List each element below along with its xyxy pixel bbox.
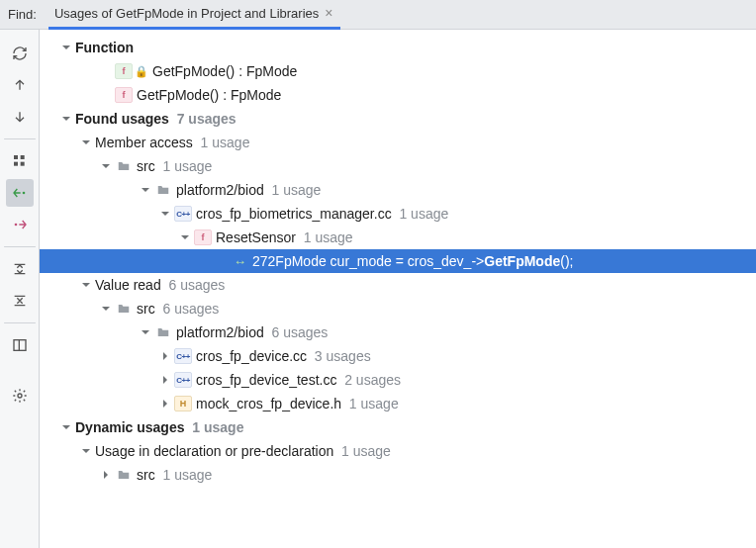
tree-node-reset[interactable]: f ResetSensor 1 usage <box>40 226 756 249</box>
function-icon: f <box>115 63 133 79</box>
svg-rect-1 <box>14 162 18 166</box>
code-bold: GetFpMode <box>484 253 560 269</box>
settings-icon[interactable] <box>6 382 34 410</box>
refresh-icon[interactable] <box>6 40 34 67</box>
tree-node-file[interactable]: C++ cros_fp_device.cc 3 usages <box>40 344 756 368</box>
usage-count: 6 usages <box>272 324 329 340</box>
lock-icon: 🔒 <box>135 65 148 78</box>
h-file-icon: H <box>174 396 192 411</box>
function-icon: f <box>115 87 133 103</box>
usage-count: 1 usage <box>162 158 212 174</box>
node-label: src <box>137 158 155 174</box>
tree-node-function[interactable]: Function <box>40 36 756 59</box>
svg-rect-2 <box>20 155 24 159</box>
cpp-file-icon: C++ <box>174 206 192 222</box>
chevron-down-icon[interactable] <box>139 183 152 197</box>
chevron-right-icon[interactable] <box>158 349 172 363</box>
chevron-down-icon[interactable] <box>139 325 152 339</box>
tree-node-declaration[interactable]: Usage in declaration or pre-declaration … <box>40 439 756 463</box>
chevron-down-icon[interactable] <box>158 207 172 221</box>
group-icon[interactable] <box>6 147 34 175</box>
tree-node-src[interactable]: src 6 usages <box>40 297 756 320</box>
separator <box>4 138 36 139</box>
tree-node-function-item[interactable]: f 🔒 GetFpMode() : FpMode <box>40 59 756 83</box>
svg-point-8 <box>18 394 22 398</box>
line-number: 272 <box>252 253 275 269</box>
node-label: cros_fp_biometrics_manager.cc <box>196 206 392 222</box>
tree-node-member-access[interactable]: Member access 1 usage <box>40 131 756 154</box>
folder-icon <box>115 301 133 317</box>
preview-icon[interactable] <box>6 331 34 359</box>
item-text: GetFpMode() : FpMode <box>152 63 297 79</box>
close-icon[interactable]: × <box>325 5 332 21</box>
folder-icon <box>154 324 172 340</box>
tree-node-value-read[interactable]: Value read 6 usages <box>40 273 756 297</box>
usages-tree[interactable]: Function f 🔒 GetFpMode() : FpMode f GetF… <box>40 30 756 548</box>
usage-count: 1 usage <box>192 419 243 435</box>
node-label: mock_cros_fp_device.h <box>196 396 341 411</box>
separator <box>4 246 36 247</box>
diff-right-icon[interactable] <box>6 211 34 238</box>
chevron-right-icon[interactable] <box>158 397 172 411</box>
tree-node-dynamic-usages[interactable]: Dynamic usages 1 usage <box>40 415 756 439</box>
expand-all-icon[interactable] <box>6 255 34 283</box>
node-label: Member access <box>95 135 193 150</box>
tree-node-platform[interactable]: platform2/biod 1 usage <box>40 178 756 202</box>
usage-count: 7 usages <box>177 111 236 127</box>
usage-count: 1 usage <box>201 135 250 150</box>
node-label: platform2/biod <box>176 324 264 340</box>
chevron-down-icon[interactable] <box>79 136 93 149</box>
code-post: (); <box>560 253 573 269</box>
tree-node-function-item[interactable]: f GetFpMode() : FpMode <box>40 83 756 107</box>
chevron-down-icon[interactable] <box>99 159 113 173</box>
tab-title: Usages of GetFpMode in Project and Libra… <box>54 6 319 21</box>
next-occurrence-icon[interactable] <box>6 103 34 131</box>
node-label: Function <box>75 40 134 55</box>
chevron-right-icon[interactable] <box>158 373 172 387</box>
node-label: Usage in declaration or pre-declaration <box>95 443 333 459</box>
find-tab[interactable]: Usages of GetFpMode in Project and Libra… <box>48 0 341 30</box>
chevron-right-icon[interactable] <box>99 468 113 482</box>
node-label: Found usages <box>75 111 169 127</box>
chevron-down-icon[interactable] <box>59 112 73 126</box>
cpp-file-icon: C++ <box>174 372 192 388</box>
node-label: Value read <box>95 277 161 293</box>
separator <box>4 322 36 323</box>
folder-icon <box>115 467 133 483</box>
chevron-down-icon[interactable] <box>178 230 192 244</box>
chevron-down-icon[interactable] <box>59 420 73 434</box>
tree-node-file[interactable]: H mock_cros_fp_device.h 1 usage <box>40 392 756 415</box>
cpp-file-icon: C++ <box>174 348 192 364</box>
usage-count: 1 usage <box>272 182 322 198</box>
usage-count: 6 usages <box>162 301 219 317</box>
usage-count: 1 usage <box>341 443 391 459</box>
tree-node-found-usages[interactable]: Found usages 7 usages <box>40 107 756 131</box>
chevron-down-icon[interactable] <box>79 444 93 458</box>
chevron-down-icon[interactable] <box>99 302 113 316</box>
tree-node-file[interactable]: C++ cros_fp_device_test.cc 2 usages <box>40 368 756 392</box>
tree-node-src[interactable]: src 1 usage <box>40 463 756 487</box>
code-pre: FpMode cur_mode = cros_dev_-> <box>275 253 484 269</box>
node-label: ResetSensor <box>216 229 296 245</box>
svg-point-5 <box>14 224 17 227</box>
collapse-all-icon[interactable] <box>6 287 34 315</box>
node-label: cros_fp_device.cc <box>196 348 307 364</box>
usage-count: 3 usages <box>315 348 371 364</box>
diff-left-icon[interactable] <box>6 179 34 207</box>
usage-count: 6 usages <box>168 277 225 293</box>
node-label: src <box>137 301 155 317</box>
tree-node-code-line[interactable]: ↔ 272 FpMode cur_mode = cros_dev_->GetFp… <box>40 249 756 273</box>
call-arrow-icon: ↔ <box>234 254 246 269</box>
prev-occurrence-icon[interactable] <box>6 71 34 99</box>
node-label: Dynamic usages <box>75 419 185 435</box>
folder-icon <box>154 182 172 198</box>
svg-rect-3 <box>20 162 24 166</box>
tree-node-file[interactable]: C++ cros_fp_biometrics_manager.cc 1 usag… <box>40 202 756 226</box>
chevron-down-icon[interactable] <box>79 278 93 292</box>
node-label: platform2/biod <box>176 182 264 198</box>
chevron-down-icon[interactable] <box>59 41 73 54</box>
tree-node-src[interactable]: src 1 usage <box>40 154 756 178</box>
tree-node-platform[interactable]: platform2/biod 6 usages <box>40 320 756 344</box>
node-label: cros_fp_device_test.cc <box>196 372 336 388</box>
usage-count: 1 usage <box>399 206 448 222</box>
